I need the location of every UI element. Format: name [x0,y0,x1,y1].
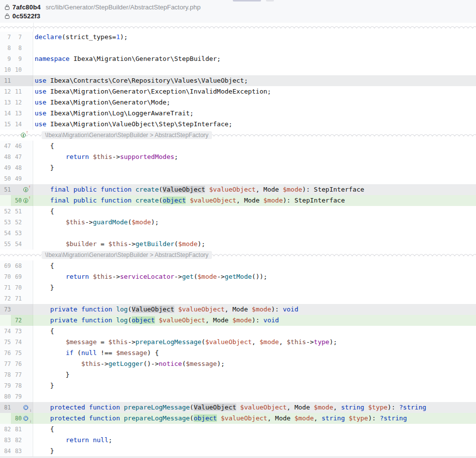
line-number-old: 71 [1,284,11,291]
line-number-new: 13 [12,110,22,117]
gutter: 7675 [0,348,33,358]
diff-row-same: 7473 { [0,326,476,337]
line-number-old: 11 [1,77,11,84]
file-path: src/lib/Generator/StepBuilder/AbstractSt… [46,3,201,11]
commit-line-new: 0c5522f3 [4,11,476,20]
code-token: Ibexa\Contracts\Core\Repository\Values\V… [46,77,248,84]
gutter: 7776 [0,358,33,369]
diff-row-same: 5049 [0,173,476,184]
diff-row-removed: 11use Ibexa\Contracts\Core\Repository\Va… [0,75,476,86]
code-token: !== [97,349,116,356]
gutter-icon-slot: I↑ [22,197,32,204]
gutter: 81↓ [0,402,33,413]
code-token: , [252,338,260,346]
line-number-new: 14 [12,121,22,128]
code-token: string [321,414,345,422]
code-token: , [333,404,341,411]
line-number-old: 83 [1,437,11,444]
line-number-old: 52 [1,208,11,215]
code-token: use [35,88,46,95]
code-token: protected [50,404,85,411]
line-number-new: 79 [12,393,22,400]
code-line: $this->guardMode($mode); [33,217,476,228]
code-line: return $this->serviceLocator->get($mode-… [33,271,476,282]
code-token: { [35,425,54,433]
code-token [132,186,136,193]
interface-gutter-icon[interactable]: I↑ [23,186,30,193]
code-token: , [279,338,287,346]
removed-word-highlight: ValueObject [162,186,205,193]
code-token: Ibexa\Migration\Log\LoggerAwareTrait; [46,109,193,117]
gutter: 5049 [0,173,33,184]
code-token: , Mode [225,305,252,313]
gutter: 73 [0,304,33,315]
code-token: $mode [252,305,271,313]
interface-gutter-icon[interactable]: I↑ [23,197,30,204]
code-token: $valueObject [178,305,225,313]
gutter: 1312 [0,97,33,108]
code-line: $builder = $this->getBuilder($mode); [33,239,476,250]
diff-row-same: 4746 { [0,141,476,152]
code-line: } [33,369,476,380]
code-token: ): [252,316,263,324]
diff-row-same: 7978 } [0,380,476,391]
gutter-icon-slot: ↓ [22,404,32,411]
collapsed-region-separator[interactable]: I↑\Ibexa\Migration\Generator\StepBuilder… [0,130,476,141]
line-number-new: 10 [12,66,22,73]
line-number-old: 15 [1,121,11,128]
code-token: } [35,382,54,389]
collapsed-region-separator[interactable]: \Ibexa\Migration\Generator\StepBuilder >… [0,250,476,260]
code-token: log [116,316,127,324]
gutter: 80↓ [0,413,33,424]
code-token [35,197,50,204]
code-token [236,404,240,411]
code-line: return null; [33,435,476,446]
code-token: $valueObject [159,316,206,324]
line-number-old: 12 [1,88,11,95]
diff-row-removed: 73 private function log(ValueObject $val… [0,304,476,315]
diff-row-same: 7170 } [0,282,476,293]
line-number-old: 50 [1,175,11,182]
code-token: $mode [232,316,252,324]
code-token: -> [217,273,225,280]
commit-hash-new: 0c5522f3 [12,12,41,20]
gutter: 7574 [0,337,33,348]
code-token: $valueObject [221,414,267,422]
code-token: ( [128,218,132,226]
breadcrumb-pill[interactable]: \Ibexa\Migration\Generator\StepBuilder >… [42,131,212,139]
gutter: 8483 [0,446,33,457]
line-number-new: 80 [12,415,22,422]
code-token: } [35,371,69,378]
code-token [35,436,66,444]
code-token: $this [287,338,306,346]
code-token: void [283,305,298,313]
interface-gutter-icon[interactable]: I↑ [21,132,28,139]
diff-row-same: 1514use Ibexa\Migration\ValueObject\Step… [0,119,476,130]
code-token: if [66,349,74,356]
diff-row-same: 8483 } [0,446,476,457]
code-token: -> [85,218,93,226]
code-token: , [314,414,322,422]
code-token: ( [190,404,194,411]
code-token: prepareLogMessage [136,338,202,346]
code-token: $this [93,273,112,280]
breadcrumb-pill[interactable]: \Ibexa\Migration\Generator\StepBuilder >… [42,251,212,259]
gutter: 4847 [0,152,33,162]
code-token: { [35,207,54,215]
line-number-new: 74 [12,339,22,346]
line-number-new: 8 [12,45,22,51]
code-token: $type [368,404,387,411]
override-gutter-icon[interactable]: ↓ [23,404,30,411]
code-token: $mode [132,218,151,226]
code-token: ; [108,436,112,444]
collapsed-region-separator-top[interactable] [0,23,476,32]
diff-row-same: 5251 { [0,206,476,217]
code-line: } [33,446,476,457]
diff-row-same: 1010 [0,64,476,75]
override-gutter-icon[interactable]: ↓ [23,415,30,422]
code-token: log [116,305,127,313]
line-number-new: 50 [12,197,22,204]
line-number-old: 7 [1,34,11,41]
line-number-new: 78 [12,382,22,389]
code-token: -> [128,338,136,346]
